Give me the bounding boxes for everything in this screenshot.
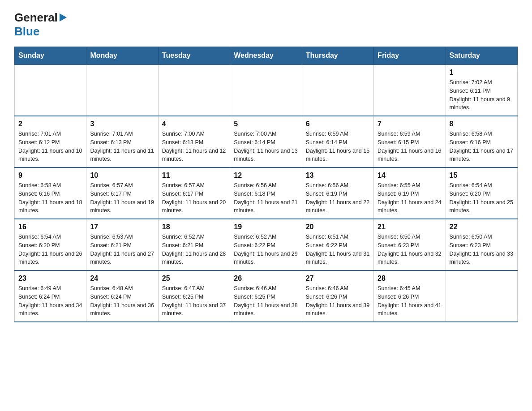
calendar-cell: 21Sunrise: 6:50 AMSunset: 6:23 PMDayligh… — [374, 219, 446, 270]
calendar-cell: 4Sunrise: 7:00 AMSunset: 6:13 PMDaylight… — [158, 116, 230, 167]
day-number: 4 — [162, 120, 226, 128]
calendar-week-row: 23Sunrise: 6:49 AMSunset: 6:24 PMDayligh… — [15, 270, 518, 322]
calendar-cell: 2Sunrise: 7:01 AMSunset: 6:12 PMDaylight… — [15, 116, 86, 167]
day-info: Sunrise: 6:46 AMSunset: 6:25 PMDaylight:… — [234, 284, 298, 318]
day-info: Sunrise: 6:54 AMSunset: 6:20 PMDaylight:… — [18, 233, 82, 266]
day-number: 3 — [90, 120, 154, 128]
calendar-cell: 15Sunrise: 6:54 AMSunset: 6:20 PMDayligh… — [446, 167, 517, 219]
calendar-week-row: 2Sunrise: 7:01 AMSunset: 6:12 PMDaylight… — [15, 116, 518, 167]
calendar-week-row: 9Sunrise: 6:58 AMSunset: 6:16 PMDaylight… — [15, 167, 518, 219]
day-number: 13 — [306, 171, 370, 180]
calendar-cell: 16Sunrise: 6:54 AMSunset: 6:20 PMDayligh… — [15, 219, 86, 270]
calendar-cell: 27Sunrise: 6:46 AMSunset: 6:26 PMDayligh… — [302, 270, 373, 322]
logo-blue-text: Blue — [14, 25, 39, 38]
calendar-cell: 19Sunrise: 6:52 AMSunset: 6:22 PMDayligh… — [230, 219, 302, 270]
day-info: Sunrise: 6:58 AMSunset: 6:16 PMDaylight:… — [18, 181, 82, 215]
day-info: Sunrise: 6:58 AMSunset: 6:16 PMDaylight:… — [450, 130, 514, 163]
day-info: Sunrise: 6:52 AMSunset: 6:21 PMDaylight:… — [162, 233, 226, 266]
day-number: 28 — [378, 274, 442, 283]
day-info: Sunrise: 7:01 AMSunset: 6:13 PMDaylight:… — [90, 130, 154, 163]
day-info: Sunrise: 6:50 AMSunset: 6:23 PMDaylight:… — [378, 233, 442, 266]
calendar-weekday-saturday: Saturday — [446, 47, 517, 65]
calendar-cell: 18Sunrise: 6:52 AMSunset: 6:21 PMDayligh… — [158, 219, 230, 270]
day-number: 8 — [450, 120, 514, 128]
day-number: 19 — [234, 223, 298, 231]
day-info: Sunrise: 6:51 AMSunset: 6:22 PMDaylight:… — [306, 233, 370, 266]
calendar-cell: 26Sunrise: 6:46 AMSunset: 6:25 PMDayligh… — [230, 270, 302, 322]
calendar-weekday-wednesday: Wednesday — [230, 47, 302, 65]
day-info: Sunrise: 6:56 AMSunset: 6:18 PMDaylight:… — [234, 181, 298, 215]
calendar-cell: 12Sunrise: 6:56 AMSunset: 6:18 PMDayligh… — [230, 167, 302, 219]
calendar-week-row: 16Sunrise: 6:54 AMSunset: 6:20 PMDayligh… — [15, 219, 518, 270]
day-info: Sunrise: 6:59 AMSunset: 6:15 PMDaylight:… — [378, 130, 442, 163]
calendar-cell: 14Sunrise: 6:55 AMSunset: 6:19 PMDayligh… — [374, 167, 446, 219]
calendar-cell: 22Sunrise: 6:50 AMSunset: 6:23 PMDayligh… — [446, 219, 517, 270]
day-info: Sunrise: 6:57 AMSunset: 6:17 PMDaylight:… — [90, 181, 154, 215]
calendar-cell: 24Sunrise: 6:48 AMSunset: 6:24 PMDayligh… — [86, 270, 158, 322]
day-number: 2 — [18, 120, 82, 128]
calendar-cell: 1Sunrise: 7:02 AMSunset: 6:11 PMDaylight… — [446, 64, 517, 116]
calendar-cell: 25Sunrise: 6:47 AMSunset: 6:25 PMDayligh… — [158, 270, 230, 322]
day-info: Sunrise: 6:53 AMSunset: 6:21 PMDaylight:… — [90, 233, 154, 266]
calendar-cell: 13Sunrise: 6:56 AMSunset: 6:19 PMDayligh… — [302, 167, 373, 219]
calendar-cell: 23Sunrise: 6:49 AMSunset: 6:24 PMDayligh… — [15, 270, 86, 322]
calendar-cell: 8Sunrise: 6:58 AMSunset: 6:16 PMDaylight… — [446, 116, 517, 167]
calendar-cell — [86, 64, 158, 116]
day-info: Sunrise: 7:02 AMSunset: 6:11 PMDaylight:… — [450, 78, 514, 112]
day-info: Sunrise: 6:50 AMSunset: 6:23 PMDaylight:… — [450, 233, 514, 266]
day-number: 12 — [234, 171, 298, 180]
day-number: 16 — [18, 223, 82, 231]
day-info: Sunrise: 6:52 AMSunset: 6:22 PMDaylight:… — [234, 233, 298, 266]
calendar-cell: 20Sunrise: 6:51 AMSunset: 6:22 PMDayligh… — [302, 219, 373, 270]
calendar-cell: 6Sunrise: 6:59 AMSunset: 6:14 PMDaylight… — [302, 116, 373, 167]
logo-general-text: General — [14, 11, 58, 25]
day-number: 25 — [162, 274, 226, 283]
calendar-cell: 9Sunrise: 6:58 AMSunset: 6:16 PMDaylight… — [15, 167, 86, 219]
calendar-week-row: 1Sunrise: 7:02 AMSunset: 6:11 PMDaylight… — [15, 64, 518, 116]
day-info: Sunrise: 6:48 AMSunset: 6:24 PMDaylight:… — [90, 284, 154, 318]
calendar-cell: 28Sunrise: 6:45 AMSunset: 6:26 PMDayligh… — [374, 270, 446, 322]
day-number: 27 — [306, 274, 370, 283]
day-info: Sunrise: 6:47 AMSunset: 6:25 PMDaylight:… — [162, 284, 226, 318]
calendar-weekday-sunday: Sunday — [15, 47, 86, 65]
day-info: Sunrise: 6:56 AMSunset: 6:19 PMDaylight:… — [306, 181, 370, 215]
day-number: 23 — [18, 274, 82, 283]
day-number: 5 — [234, 120, 298, 128]
day-number: 9 — [18, 171, 82, 180]
calendar-table: SundayMondayTuesdayWednesdayThursdayFrid… — [14, 47, 518, 322]
day-number: 1 — [450, 68, 514, 77]
day-number: 14 — [378, 171, 442, 180]
day-number: 20 — [306, 223, 370, 231]
day-number: 10 — [90, 171, 154, 180]
day-number: 6 — [306, 120, 370, 128]
day-info: Sunrise: 6:49 AMSunset: 6:24 PMDaylight:… — [18, 284, 82, 318]
calendar-weekday-tuesday: Tuesday — [158, 47, 230, 65]
logo: General Blue — [14, 11, 67, 39]
day-info: Sunrise: 6:46 AMSunset: 6:26 PMDaylight:… — [306, 284, 370, 318]
day-info: Sunrise: 7:00 AMSunset: 6:14 PMDaylight:… — [234, 130, 298, 163]
calendar-weekday-thursday: Thursday — [302, 47, 373, 65]
calendar-cell — [446, 270, 517, 322]
calendar-cell: 10Sunrise: 6:57 AMSunset: 6:17 PMDayligh… — [86, 167, 158, 219]
calendar-weekday-monday: Monday — [86, 47, 158, 65]
calendar-header-row: SundayMondayTuesdayWednesdayThursdayFrid… — [15, 47, 518, 65]
day-info: Sunrise: 7:01 AMSunset: 6:12 PMDaylight:… — [18, 130, 82, 163]
day-info: Sunrise: 6:55 AMSunset: 6:19 PMDaylight:… — [378, 181, 442, 215]
day-number: 15 — [450, 171, 514, 180]
day-info: Sunrise: 6:57 AMSunset: 6:17 PMDaylight:… — [162, 181, 226, 215]
day-number: 24 — [90, 274, 154, 283]
calendar-cell — [230, 64, 302, 116]
calendar-weekday-friday: Friday — [374, 47, 446, 65]
calendar-cell — [15, 64, 86, 116]
calendar-cell: 11Sunrise: 6:57 AMSunset: 6:17 PMDayligh… — [158, 167, 230, 219]
calendar-cell: 5Sunrise: 7:00 AMSunset: 6:14 PMDaylight… — [230, 116, 302, 167]
logo-triangle-icon — [60, 13, 67, 21]
day-number: 22 — [450, 223, 514, 231]
day-number: 17 — [90, 223, 154, 231]
day-number: 26 — [234, 274, 298, 283]
day-number: 11 — [162, 171, 226, 180]
calendar-cell — [158, 64, 230, 116]
calendar-cell — [374, 64, 446, 116]
day-info: Sunrise: 6:59 AMSunset: 6:14 PMDaylight:… — [306, 130, 370, 163]
day-number: 18 — [162, 223, 226, 231]
